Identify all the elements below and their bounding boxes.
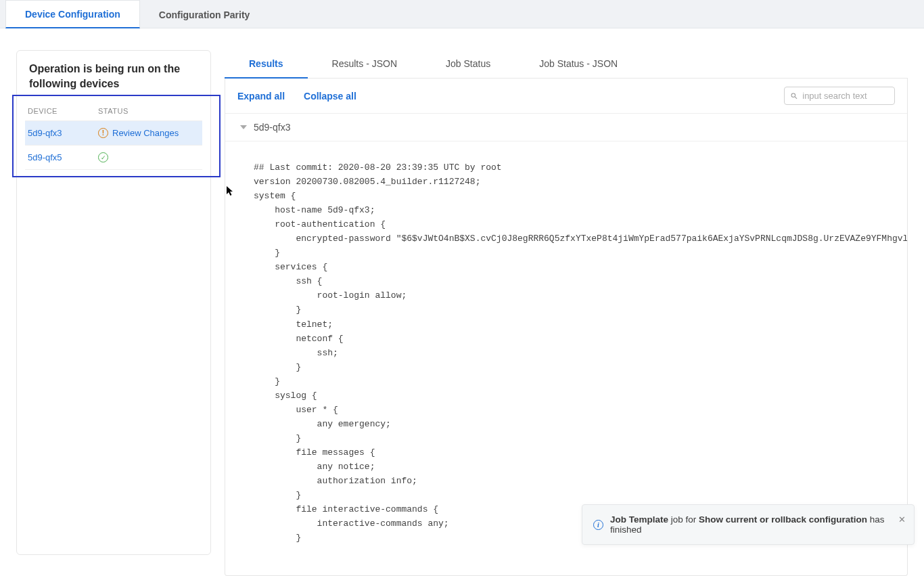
- results-panel: Results Results - JSON Job Status Job St…: [225, 50, 908, 576]
- chevron-down-icon: [240, 125, 247, 129]
- warning-icon: [98, 128, 108, 138]
- collapse-all-button[interactable]: Collapse all: [304, 91, 356, 102]
- tab-job-status[interactable]: Job Status: [421, 50, 515, 78]
- device-table-header: Device Status: [25, 102, 202, 121]
- toast-message: Job Template job for Show current or rol…: [610, 514, 890, 535]
- device-status[interactable]: Review Changes: [98, 128, 200, 138]
- job-finished-toast: Job Template job for Show current or rol…: [582, 504, 915, 545]
- device-status-label: Review Changes: [112, 128, 179, 138]
- col-header-status: Status: [98, 107, 200, 115]
- top-tab-bar: Device Configuration Configuration Parit…: [0, 0, 924, 28]
- results-toolbar: Expand all Collapse all: [225, 79, 907, 113]
- search-input[interactable]: [802, 91, 889, 101]
- result-tabs: Results Results - JSON Job Status Job St…: [225, 50, 908, 79]
- content-area: Operation is being run on the following …: [0, 28, 924, 576]
- search-field[interactable]: [784, 87, 895, 105]
- accordion-header[interactable]: 5d9-qfx3: [225, 113, 907, 141]
- tab-results[interactable]: Results: [225, 50, 308, 79]
- tab-configuration-parity[interactable]: Configuration Parity: [140, 1, 269, 28]
- tab-results-json[interactable]: Results - JSON: [308, 50, 421, 78]
- close-icon[interactable]: ✕: [898, 514, 906, 525]
- device-row[interactable]: 5d9-qfx3 Review Changes: [25, 121, 202, 146]
- tab-job-status-json[interactable]: Job Status - JSON: [515, 50, 642, 78]
- device-row[interactable]: 5d9-qfx5: [25, 146, 202, 170]
- device-name: 5d9-qfx3: [28, 128, 98, 138]
- toast-prefix: Job Template: [610, 514, 668, 525]
- device-status: [98, 152, 200, 162]
- device-name: 5d9-qfx5: [28, 152, 98, 162]
- devices-panel: Operation is being run on the following …: [16, 50, 211, 555]
- accordion-title: 5d9-qfx3: [254, 122, 290, 133]
- tab-device-configuration[interactable]: Device Configuration: [5, 0, 140, 28]
- results-body: Expand all Collapse all 5d9-qfx3 ## Last…: [225, 79, 908, 576]
- devices-panel-title: Operation is being run on the following …: [25, 62, 202, 91]
- check-icon: [98, 152, 108, 162]
- toast-target: Show current or rollback configuration: [699, 514, 867, 525]
- info-icon: [593, 520, 603, 530]
- expand-all-button[interactable]: Expand all: [237, 91, 285, 102]
- search-icon: [790, 91, 798, 101]
- col-header-device: Device: [28, 107, 98, 115]
